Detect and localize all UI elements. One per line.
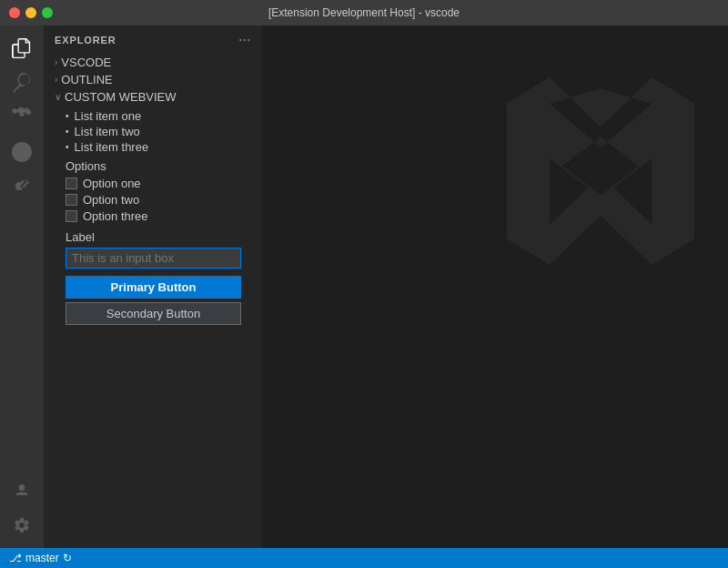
- checkbox-three-label: Option three: [83, 209, 148, 223]
- checkbox-two-label: Option two: [83, 193, 139, 207]
- list-item: • List item one: [66, 109, 251, 123]
- minimize-button[interactable]: [25, 7, 36, 18]
- window-title: [Extension Development Host] - vscode: [268, 6, 460, 19]
- options-label: Options: [66, 159, 251, 173]
- activity-bar-bottom: [6, 475, 37, 548]
- sidebar-title: Explorer: [55, 35, 116, 46]
- git-branch-icon: ⎇: [9, 552, 22, 564]
- activity-bar: [0, 25, 44, 548]
- field-label: Label: [66, 230, 251, 244]
- sidebar-header-icons[interactable]: ···: [239, 33, 251, 46]
- explorer-activity-icon[interactable]: [6, 33, 37, 64]
- chevron-right-icon: ›: [55, 57, 57, 67]
- window-controls[interactable]: [9, 7, 53, 18]
- sidebar-header: Explorer ···: [44, 25, 262, 54]
- list-item: • List item two: [66, 125, 251, 138]
- outline-label: OUTLINE: [61, 73, 112, 86]
- bullet-icon: •: [66, 142, 69, 152]
- svg-point-0: [19, 484, 25, 491]
- git-branch[interactable]: ⎇ master ↻: [9, 552, 72, 564]
- sidebar: Explorer ··· › VSCODE › OUTLINE ∨ CUSTOM…: [44, 25, 262, 548]
- search-activity-icon[interactable]: [6, 67, 37, 98]
- close-button[interactable]: [9, 7, 20, 18]
- branch-name: master: [25, 552, 59, 564]
- chevron-down-icon: ∨: [55, 92, 61, 102]
- primary-button[interactable]: Primary Button: [66, 276, 241, 299]
- checkbox-three-input[interactable]: [66, 210, 77, 222]
- list-item-three: List item three: [75, 140, 149, 154]
- vscode-label: VSCODE: [61, 56, 111, 69]
- sidebar-item-vscode[interactable]: › VSCODE: [44, 54, 262, 71]
- run-activity-icon[interactable]: [6, 137, 37, 167]
- account-activity-icon[interactable]: [6, 475, 37, 506]
- sync-icon[interactable]: ↻: [63, 552, 72, 564]
- chevron-right-icon: ›: [55, 75, 57, 85]
- bullet-icon: •: [66, 111, 69, 121]
- vscode-watermark-icon: [500, 71, 701, 271]
- settings-activity-icon[interactable]: [6, 510, 37, 541]
- checkbox-one-label: Option one: [83, 177, 141, 190]
- list-item-two: List item two: [75, 125, 140, 138]
- source-control-activity-icon[interactable]: [6, 102, 37, 133]
- editor-area: [262, 25, 728, 548]
- custom-webview-label: CUSTOM WEBVIEW: [65, 90, 177, 104]
- extensions-activity-icon[interactable]: [6, 171, 37, 202]
- webview-content: • List item one • List item two • List i…: [44, 106, 262, 332]
- maximize-button[interactable]: [42, 7, 53, 18]
- checkbox-option-three[interactable]: Option three: [66, 209, 251, 223]
- list-item-one: List item one: [75, 109, 142, 123]
- title-bar: [Extension Development Host] - vscode: [0, 0, 728, 25]
- sidebar-item-outline[interactable]: › OUTLINE: [44, 71, 262, 88]
- checkbox-option-two[interactable]: Option two: [66, 193, 251, 207]
- status-bar: ⎇ master ↻: [0, 548, 728, 568]
- secondary-button[interactable]: Secondary Button: [66, 302, 241, 325]
- checkbox-option-one[interactable]: Option one: [66, 177, 251, 190]
- list-item: • List item three: [66, 140, 251, 154]
- app-body: Explorer ··· › VSCODE › OUTLINE ∨ CUSTOM…: [0, 25, 728, 548]
- bullet-icon: •: [66, 127, 69, 137]
- checkbox-two-input[interactable]: [66, 194, 77, 206]
- sidebar-item-custom-webview[interactable]: ∨ CUSTOM WEBVIEW: [44, 88, 262, 106]
- text-input[interactable]: [66, 248, 241, 269]
- checkbox-one-input[interactable]: [66, 178, 77, 189]
